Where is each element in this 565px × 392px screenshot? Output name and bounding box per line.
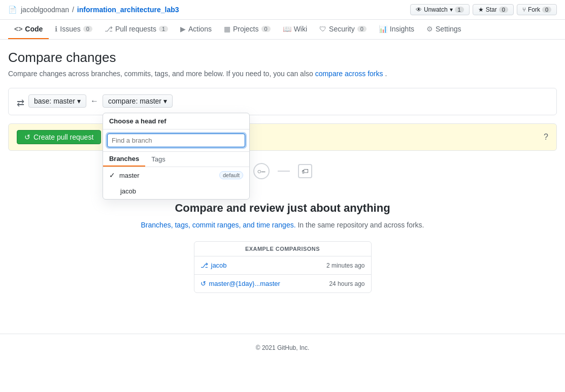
eye-icon: 👁 — [416, 6, 422, 13]
head-ref-dropdown: Choose a head ref Branches Tags ✓ master… — [103, 113, 250, 200]
info-box: ↺ Create pull request iscuss and review … — [8, 123, 557, 151]
star-button[interactable]: ★ Star 0 — [473, 4, 514, 15]
footer-text: © 2021 GitHub, Inc. — [256, 344, 310, 351]
compare-dropdown-icon: ▾ — [163, 97, 167, 105]
settings-icon: ⚙ — [426, 25, 433, 33]
fork-button[interactable]: ⑂ Fork 0 — [517, 4, 557, 15]
repo-icon: 📄 — [8, 6, 17, 14]
issues-count: 0 — [83, 26, 92, 32]
nav-tabs: <> Code ℹ Issues 0 ⎇ Pull requests 1 ▶ A… — [0, 20, 565, 40]
tab-projects[interactable]: ▦ Projects 0 — [218, 20, 277, 39]
wiki-icon: 📖 — [283, 25, 291, 33]
compare-section-heading: Compare and review just about anything — [8, 202, 557, 215]
compare-section-plain: In the same repository and across forks. — [297, 221, 424, 229]
branch-item-master[interactable]: ✓ master default — [103, 167, 249, 183]
security-count: 0 — [357, 26, 367, 32]
tab-wiki[interactable]: 📖 Wiki — [277, 20, 313, 39]
compare-branch-label: compare: master — [108, 97, 161, 105]
compare-section-link[interactable]: Branches, tags, commit ranges, and time … — [141, 221, 296, 229]
tab-settings[interactable]: ⚙ Settings — [420, 20, 468, 39]
compare-forks-link[interactable]: compare across forks — [315, 70, 383, 78]
create-pr-label: Create pull request — [34, 133, 93, 141]
compare-branch-button[interactable]: compare: master ▾ — [103, 94, 173, 108]
main-content: Compare changes Compare changes across b… — [0, 40, 565, 313]
star-icon: ★ — [478, 6, 484, 13]
tab-code-label: Code — [25, 25, 43, 33]
watch-count: 1 — [455, 7, 464, 13]
watch-button[interactable]: 👁 Unwatch ▾ 1 — [410, 4, 470, 15]
compare-dropdown-wrapper: compare: master ▾ Choose a head ref Bran… — [103, 94, 173, 108]
example-comparisons-header: EXAMPLE COMPARISONS — [194, 242, 371, 256]
example-link-jacob[interactable]: ⎇ jacob — [201, 262, 227, 269]
security-icon: 🛡 — [319, 25, 326, 33]
commit-icon-master: ↺ — [201, 280, 206, 287]
projects-count: 0 — [261, 26, 271, 32]
example-row-jacob: ⎇ jacob 2 minutes ago — [194, 256, 371, 275]
tags-tab[interactable]: Tags — [145, 152, 171, 167]
page-subtitle: Compare changes across branches, commits… — [8, 70, 557, 78]
branch-icon-jacob: ⎇ — [201, 262, 208, 269]
connector-line — [278, 171, 290, 172]
tab-pull-requests[interactable]: ⎇ Pull requests 1 — [98, 20, 174, 39]
direction-arrow-icon: ← — [90, 94, 98, 106]
branches-tab[interactable]: Branches — [103, 152, 145, 167]
tab-insights-label: Insights — [390, 25, 414, 33]
top-bar: 📄 jacoblgoodman / information_architectu… — [0, 0, 565, 20]
base-dropdown-icon: ▾ — [77, 97, 81, 105]
subtitle-end: . — [385, 70, 387, 78]
repo-separator: / — [72, 6, 74, 14]
subtitle-link1: If you need to, you can also — [226, 70, 315, 78]
code-icon: <> — [14, 25, 22, 33]
compare-section-description: Branches, tags, commit ranges, and time … — [8, 221, 557, 229]
tab-pr-label: Pull requests — [115, 25, 156, 33]
issue-icon: ℹ — [55, 25, 57, 33]
branch-search-input[interactable] — [107, 134, 245, 147]
base-branch-button[interactable]: base: master ▾ — [28, 94, 86, 108]
watch-label: Unwatch — [424, 6, 448, 13]
page-title: Compare changes — [8, 50, 557, 66]
tab-actions-label: Actions — [188, 25, 212, 33]
watch-dropdown-icon: ▾ — [450, 6, 453, 13]
tab-actions[interactable]: ▶ Actions — [174, 20, 218, 39]
fork-label: Fork — [528, 6, 540, 13]
help-icon[interactable]: ? — [544, 133, 548, 142]
icons-row: ○– 🏷 — [8, 163, 557, 179]
example-link-jacob-text: jacob — [211, 262, 227, 269]
checkmark-icon: ✓ — [109, 171, 115, 179]
dropdown-tabs: Branches Tags — [103, 152, 249, 167]
fork-count: 0 — [542, 7, 551, 13]
star-label: Star — [486, 6, 497, 13]
pr-count: 1 — [159, 26, 168, 32]
default-badge: default — [219, 171, 243, 179]
dropdown-search-area — [103, 129, 249, 152]
branch-item-jacob[interactable]: jacob — [103, 183, 249, 199]
tab-security[interactable]: 🛡 Security 0 — [313, 20, 373, 39]
example-comparisons-box: EXAMPLE COMPARISONS ⎇ jacob 2 minutes ag… — [194, 241, 372, 293]
tab-projects-label: Projects — [233, 25, 259, 33]
create-pull-request-button[interactable]: ↺ Create pull request — [17, 130, 101, 144]
insights-icon: 📊 — [379, 25, 387, 33]
tab-security-label: Security — [329, 25, 355, 33]
subtitle-plain: Compare changes across branches, commits… — [8, 70, 226, 78]
tab-code[interactable]: <> Code — [8, 20, 49, 39]
top-bar-actions: 👁 Unwatch ▾ 1 ★ Star 0 ⑂ Fork 0 — [410, 4, 557, 15]
actions-icon: ▶ — [180, 25, 186, 33]
example-link-master-day-text: master@{1day}...master — [209, 280, 280, 287]
tag-icon: 🏷 — [298, 164, 312, 178]
compare-section: Compare and review just about anything B… — [8, 191, 557, 303]
repo-name[interactable]: information_architecture_lab3 — [77, 6, 179, 14]
example-time-jacob: 2 minutes ago — [326, 262, 364, 269]
base-branch-label: base: master — [34, 97, 75, 105]
tab-issues-label: Issues — [60, 25, 80, 33]
fork-icon: ⑂ — [522, 6, 526, 13]
repo-owner: jacoblgoodman — [21, 6, 69, 14]
projects-icon: ▦ — [224, 25, 230, 33]
compare-bar: ⇄ base: master ▾ ← compare: master ▾ Cho… — [8, 88, 557, 115]
pr-create-icon: ↺ — [24, 133, 30, 141]
tab-issues[interactable]: ℹ Issues 0 — [49, 20, 98, 39]
tab-wiki-label: Wiki — [294, 25, 307, 33]
example-link-master-day[interactable]: ↺ master@{1day}...master — [201, 280, 280, 287]
tab-insights[interactable]: 📊 Insights — [373, 20, 420, 39]
circle-key-icon: ○– — [253, 163, 270, 179]
branch-name-jacob: jacob — [120, 187, 136, 195]
